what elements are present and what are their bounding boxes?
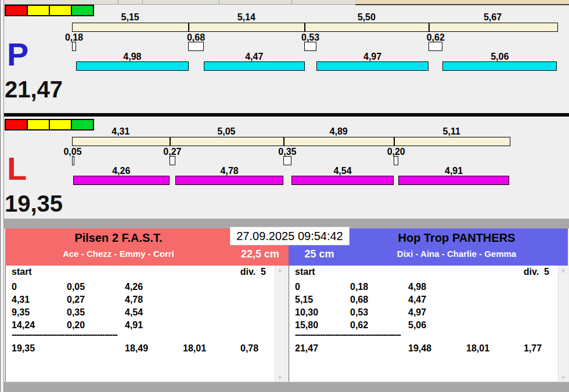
- table-cell: 4,91: [125, 320, 143, 331]
- leg-time-label: 5,14: [228, 12, 265, 23]
- team-members: Ace - Chezz - Emmy - Corri: [5, 249, 232, 259]
- segment-tick: [394, 137, 395, 146]
- leg-time-label: 5,67: [474, 12, 512, 23]
- scrollbar-down-arrow[interactable]: ∨: [275, 372, 284, 382]
- table-cell: 4,26: [125, 282, 143, 292]
- dog-time-label: 4,97: [354, 52, 391, 62]
- segment-tick: [188, 23, 189, 31]
- exchange-box: [188, 42, 203, 51]
- lane-panel-l: L 19,35 4,315,054,895,110,050,270,350,20…: [0, 119, 569, 219]
- exchange-box: [283, 156, 291, 165]
- table-separator: ----------------------------------------…: [12, 329, 117, 340]
- table-total-cell: 19,35: [12, 343, 35, 354]
- dog-time-bar: [175, 176, 283, 185]
- dog-time-bar: [316, 61, 428, 71]
- top-strip-divider: [219, 0, 219, 4]
- table-cell: 4,97: [408, 307, 426, 318]
- top-strip-divider: [118, 0, 118, 4]
- table-total-cell: 19,48: [408, 343, 431, 354]
- table-cell: 4,54: [125, 307, 143, 318]
- lane-divider: [4, 113, 569, 117]
- scrollbar-right-table[interactable]: ∧ ∨: [558, 266, 567, 382]
- scrollbar-up-arrow[interactable]: ∧: [559, 266, 568, 275]
- dog-time-bar: [204, 61, 305, 71]
- dog-time-label: 4,26: [103, 166, 140, 176]
- window-top-strip: [4, 0, 355, 5]
- table-cell: 0,35: [67, 307, 85, 318]
- scrollbar-down-arrow[interactable]: ∨: [559, 372, 568, 382]
- window-bottom-strip: [4, 382, 569, 392]
- table-cell: 0,18: [350, 282, 368, 292]
- team-members: Dixi - Aina - Charlie - Gemma: [345, 249, 568, 259]
- table-cell: 0,27: [67, 295, 85, 305]
- table-cell: 5,15: [295, 295, 313, 305]
- table-total-cell: 21,47: [295, 343, 318, 354]
- dog-time-label: 4,98: [114, 52, 151, 62]
- team-name: Pilsen 2 F.A.S.T.: [5, 231, 232, 245]
- exchange-box: [72, 42, 76, 51]
- table-cell: 10,30: [295, 307, 318, 318]
- table-cell: 9,35: [12, 307, 30, 318]
- segment-tick: [170, 137, 171, 146]
- table-cell: 0: [295, 282, 300, 292]
- top-strip-divider: [291, 0, 292, 4]
- leg-time-label: 5,50: [348, 12, 385, 23]
- table-cell: 4,31: [12, 295, 30, 305]
- exchange-box: [72, 156, 74, 165]
- dog-time-bar: [291, 176, 394, 185]
- table-cell: 0,68: [350, 295, 368, 305]
- table-cell: 4,78: [125, 295, 143, 305]
- table-header-start: start: [295, 267, 315, 277]
- table-cell: 4,47: [408, 295, 426, 305]
- lane-bars: 5,155,145,505,670,180,680,530,624,984,47…: [0, 5, 569, 113]
- table-header-start: start: [12, 267, 32, 277]
- lane-panel-p: P 21,47 5,155,145,505,670,180,680,530,62…: [0, 5, 569, 113]
- leg-time-label: 5,11: [433, 126, 470, 137]
- dog-time-label: 4,47: [236, 52, 273, 62]
- dog-time-label: 5,06: [481, 52, 518, 62]
- segment-tick: [283, 137, 284, 146]
- jump-height-right: 25 cm: [293, 248, 345, 260]
- table-header-division: div. 5: [503, 267, 549, 277]
- table-header-division: div. 5: [219, 267, 266, 277]
- exchange-box: [428, 42, 442, 51]
- table-cell: 0,53: [350, 307, 368, 318]
- exchange-box: [170, 156, 176, 165]
- scrollbar-up-arrow[interactable]: ∧: [275, 266, 284, 275]
- leg-time-label: 5,05: [208, 126, 245, 137]
- table-total-cell: 18,01: [466, 343, 489, 354]
- table-total-cell: 0,78: [240, 343, 258, 354]
- table-total-cell: 18,01: [183, 343, 206, 354]
- leg-time-label: 5,15: [111, 12, 149, 23]
- dog-time-label: 4,78: [211, 166, 248, 176]
- segment-tick: [304, 23, 305, 31]
- results-table-right: startdiv. 500,184,985,150,684,4710,300,5…: [289, 266, 558, 382]
- jump-height-left: 22,5 cm: [232, 248, 289, 260]
- table-total-cell: 18,49: [125, 343, 148, 354]
- lane-bars: 4,315,054,895,110,050,270,350,204,264,78…: [0, 119, 569, 219]
- leg-time-label: 4,31: [102, 126, 139, 137]
- exchange-box: [394, 156, 398, 165]
- race-timing-window: P 21,47 5,155,145,505,670,180,680,530,62…: [0, 0, 569, 392]
- dog-time-label: 4,91: [435, 166, 473, 176]
- table-cell: 5,06: [408, 320, 426, 331]
- table-cell: 0: [12, 282, 17, 292]
- total-time-bar: [72, 23, 558, 32]
- dog-time-bar: [398, 176, 509, 185]
- table-separator: ----------------------------------------…: [295, 329, 401, 340]
- dog-time-label: 4,54: [324, 166, 361, 176]
- date-time-display: 27.09.2025 09:54:42: [230, 227, 350, 245]
- total-time-bar: [72, 137, 510, 146]
- team-name: Hop Trop PANTHERS: [345, 231, 568, 245]
- leg-time-label: 4,89: [320, 126, 357, 137]
- table-cell: 4,98: [408, 282, 426, 292]
- segment-tick: [428, 23, 430, 31]
- top-strip-divider: [142, 0, 143, 4]
- table-total-cell: 1,77: [524, 343, 542, 354]
- dog-time-bar: [442, 61, 557, 71]
- exchange-box: [304, 42, 316, 51]
- table-cell: 0,05: [67, 282, 85, 292]
- scrollbar-left-table[interactable]: ∧ ∨: [275, 266, 284, 382]
- results-table-left: startdiv. 500,054,264,310,274,789,350,35…: [5, 266, 275, 382]
- dog-time-bar: [73, 176, 170, 185]
